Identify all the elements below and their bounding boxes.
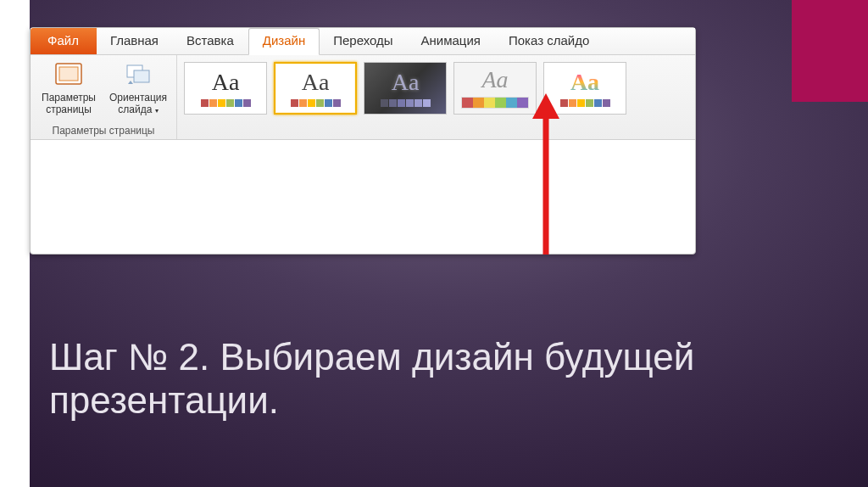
page-params-icon xyxy=(54,60,83,89)
slide-orientation-label: Ориентация слайда ▾ xyxy=(107,92,170,116)
page-params-button[interactable]: Параметры страницы xyxy=(36,59,102,123)
theme-option-3[interactable]: Aa xyxy=(364,62,447,115)
ribbon-content: Параметры страницы Ориентация слайда ▾ П… xyxy=(31,55,695,140)
caption-line-1: Шаг № 2. Выбираем дизайн будущей xyxy=(49,336,694,378)
theme-sample-text: Aa xyxy=(302,70,330,94)
theme-swatches xyxy=(381,99,431,107)
theme-swatches xyxy=(291,99,341,107)
tab-transitions[interactable]: Переходы xyxy=(320,28,407,54)
theme-swatches xyxy=(201,99,251,107)
theme-option-2-selected[interactable]: Aa xyxy=(274,62,357,115)
theme-option-1[interactable]: Aa xyxy=(184,62,267,115)
theme-sample-text: Aa xyxy=(392,70,420,94)
slide-caption: Шаг № 2. Выбираем дизайн будущей презент… xyxy=(49,336,812,422)
theme-swatches xyxy=(560,99,610,107)
theme-option-4[interactable]: Aa xyxy=(453,62,537,115)
tab-animation[interactable]: Анимация xyxy=(408,28,495,54)
powerpoint-ribbon-window: Файл Главная Вставка Дизайн Переходы Ани… xyxy=(30,27,696,255)
accent-corner xyxy=(792,0,868,102)
tab-slideshow[interactable]: Показ слайдо xyxy=(495,28,604,54)
svg-rect-3 xyxy=(134,70,149,82)
theme-option-5[interactable]: Aa xyxy=(543,62,626,115)
group-page-setup: Параметры страницы Ориентация слайда ▾ П… xyxy=(31,55,177,139)
slide-orientation-icon xyxy=(124,60,153,89)
ribbon-tabs: Файл Главная Вставка Дизайн Переходы Ани… xyxy=(31,28,695,55)
tab-insert[interactable]: Вставка xyxy=(173,28,248,54)
tab-home[interactable]: Главная xyxy=(97,28,173,54)
theme-swatches xyxy=(461,97,529,109)
tab-file[interactable]: Файл xyxy=(31,28,97,54)
theme-sample-text: Aa xyxy=(212,70,240,94)
themes-gallery: Aa Aa Aa Aa Aa xyxy=(177,55,633,139)
caption-line-2: презентации. xyxy=(49,379,279,421)
tab-design[interactable]: Дизайн xyxy=(248,28,320,55)
slide-orientation-button[interactable]: Ориентация слайда ▾ xyxy=(105,59,171,123)
theme-sample-text: Aa xyxy=(570,70,599,94)
theme-sample-text: Aa xyxy=(481,68,508,92)
page-params-label: Параметры страницы xyxy=(37,92,100,116)
svg-rect-1 xyxy=(59,67,78,81)
group-title-page-setup: Параметры страницы xyxy=(53,123,155,139)
